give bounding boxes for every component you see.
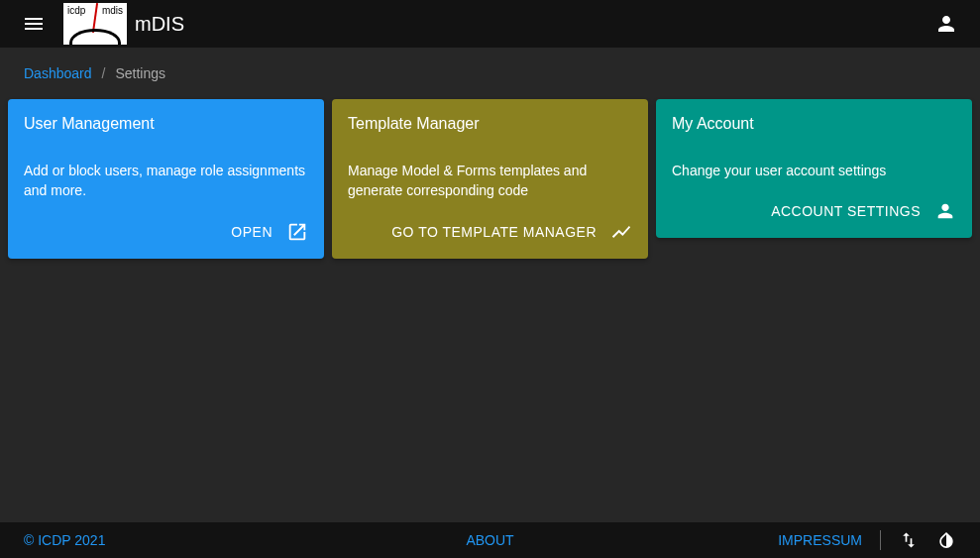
card-action-label: ACCOUNT SETTINGS (771, 203, 921, 219)
swap-vert-icon (899, 530, 919, 550)
card-action-label: GO TO TEMPLATE MANAGER (391, 224, 597, 240)
person-icon (934, 12, 958, 36)
trending-icon (610, 221, 632, 243)
app-title: mDIS (135, 13, 184, 36)
footer-impressum-link[interactable]: IMPRESSUM (778, 532, 862, 548)
breadcrumb-separator: / (102, 65, 106, 81)
cards-container: User Management Add or block users, mana… (0, 99, 980, 259)
card-action-label: OPEN (231, 224, 272, 240)
footer-about-link[interactable]: ABOUT (466, 532, 513, 548)
breadcrumb-dashboard-link[interactable]: Dashboard (24, 65, 92, 81)
card-description: Manage Model & Forms templates and gener… (348, 161, 632, 201)
breadcrumb-current: Settings (115, 65, 165, 81)
invert-colors-icon (936, 530, 956, 550)
logo (63, 3, 127, 45)
swap-button[interactable] (899, 530, 919, 550)
hamburger-icon (22, 12, 46, 36)
theme-toggle-button[interactable] (936, 530, 956, 550)
footer-copyright: © ICDP 2021 (24, 532, 105, 548)
card-title: Template Manager (348, 115, 632, 133)
person-icon (934, 200, 956, 222)
account-settings-button[interactable]: ACCOUNT SETTINGS (672, 200, 956, 222)
card-description: Change your user account settings (672, 161, 956, 180)
footer: © ICDP 2021 ABOUT IMPRESSUM (0, 522, 980, 558)
open-user-management-button[interactable]: OPEN (24, 221, 308, 243)
card-template-manager: Template Manager Manage Model & Forms te… (332, 99, 648, 259)
card-user-management: User Management Add or block users, mana… (8, 99, 324, 259)
footer-divider (880, 530, 881, 550)
app-bar: mDIS (0, 0, 980, 48)
card-description: Add or block users, manage role assignme… (24, 161, 308, 201)
card-title: My Account (672, 115, 956, 133)
open-in-new-icon (286, 221, 308, 243)
card-title: User Management (24, 115, 308, 133)
card-my-account: My Account Change your user account sett… (656, 99, 972, 238)
menu-button[interactable] (16, 6, 52, 42)
go-to-template-manager-button[interactable]: GO TO TEMPLATE MANAGER (348, 221, 632, 243)
user-menu-button[interactable] (928, 6, 964, 42)
breadcrumb: Dashboard / Settings (0, 48, 980, 99)
